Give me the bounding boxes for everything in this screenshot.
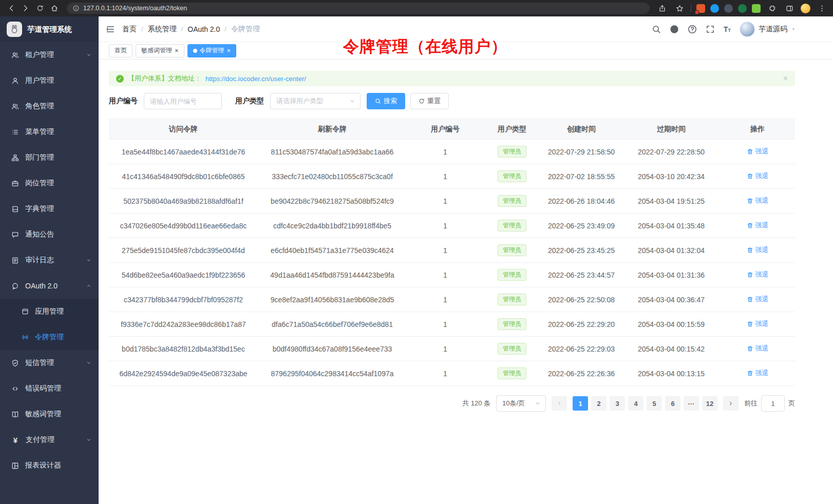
- extension-dark-icon[interactable]: [724, 4, 733, 13]
- extension-lime-icon[interactable]: [752, 4, 761, 13]
- extension-blue-icon[interactable]: [710, 4, 719, 13]
- sidebar-item-sensitive-word[interactable]: 敏感词管理: [0, 401, 99, 427]
- force-logout-button[interactable]: 强退: [747, 147, 769, 156]
- page-button-1[interactable]: 1: [573, 396, 588, 411]
- expire-time-cell: 2054-03-04 01:31:36: [622, 263, 720, 287]
- create-time-cell: 2022-07-29 21:58:50: [540, 140, 622, 164]
- browser-profile-avatar[interactable]: [801, 4, 810, 13]
- sidebar-item-label: 敏感词管理: [25, 410, 61, 419]
- sidebar-item-oauth[interactable]: OAuth 2.0: [0, 273, 99, 299]
- page-ellipsis[interactable]: ···: [684, 396, 699, 411]
- side-panel-icon[interactable]: [783, 2, 796, 14]
- tab-close-icon[interactable]: ×: [175, 47, 179, 54]
- sidebar-item-error-code[interactable]: 错误码管理: [0, 376, 99, 401]
- doc-link[interactable]: https://doc.iocoder.cn/user-center/: [205, 75, 306, 83]
- force-logout-button[interactable]: 强退: [747, 319, 769, 328]
- sidebar-item-user[interactable]: 用户管理: [0, 68, 99, 93]
- tab-oauth-token[interactable]: 令牌管理 ×: [187, 44, 237, 57]
- page-button-12[interactable]: 12: [702, 396, 717, 411]
- sidebar-item-pay[interactable]: ¥ 支付管理: [0, 427, 99, 453]
- forward-button[interactable]: [20, 2, 32, 14]
- alert-close-icon[interactable]: ×: [783, 74, 788, 83]
- trash-icon: [747, 173, 753, 180]
- search-button[interactable]: 搜索: [367, 93, 405, 109]
- page-button-2[interactable]: 2: [591, 396, 607, 411]
- expire-time-cell: 2054-03-10 20:42:34: [622, 164, 720, 189]
- sidebar-item-oauth-app[interactable]: 应用管理: [0, 299, 99, 324]
- sidebar-item-role[interactable]: 角色管理: [0, 93, 99, 119]
- sidebar-item-sms[interactable]: 短信管理: [0, 350, 99, 376]
- search-icon[interactable]: [652, 25, 661, 34]
- tab-close-icon[interactable]: ×: [227, 47, 231, 54]
- sidebar-item-dict[interactable]: 字典管理: [0, 196, 99, 222]
- sidebar-item-post[interactable]: 岗位管理: [0, 170, 99, 196]
- access-token-cell: 54d6be82ee5a460a9aedc1f9bf223656: [109, 263, 258, 287]
- share-icon[interactable]: [656, 2, 668, 14]
- sidebar-item-dept[interactable]: 部门管理: [0, 145, 99, 170]
- user-id-cell: 1: [407, 140, 484, 164]
- tab-sensitive-word[interactable]: 敏感词管理 ×: [136, 44, 184, 57]
- page-size-select[interactable]: 10条/页: [496, 395, 546, 412]
- trash-icon: [747, 222, 753, 229]
- sidebar: 芋道管理系统 租户管理 用户管理 角色管理 菜单管理: [0, 16, 99, 504]
- extension-orange-icon[interactable]: [696, 4, 705, 13]
- sidebar-item-label: 审计日志: [25, 256, 54, 265]
- breadcrumb-item[interactable]: 首页: [122, 25, 137, 34]
- force-logout-button[interactable]: 强退: [747, 270, 769, 279]
- user-id-input[interactable]: [144, 93, 222, 109]
- force-logout-button[interactable]: 强退: [747, 221, 769, 230]
- force-logout-button[interactable]: 强退: [747, 171, 769, 181]
- force-logout-button[interactable]: 强退: [747, 369, 769, 378]
- breadcrumb-item[interactable]: 系统管理: [148, 25, 177, 34]
- page-button-4[interactable]: 4: [628, 396, 643, 411]
- browser-toolbar-right: [656, 2, 828, 14]
- collapse-sidebar-button[interactable]: [106, 25, 115, 34]
- font-size-icon[interactable]: TT: [724, 25, 731, 33]
- force-logout-button[interactable]: 强退: [747, 344, 769, 353]
- sidebar-item-notice[interactable]: 通知公告: [0, 222, 99, 247]
- address-bar[interactable]: 127.0.0.1:1024/system/oauth2/token: [67, 3, 650, 14]
- tab-home[interactable]: 首页: [109, 44, 132, 57]
- chat-icon: [11, 282, 19, 290]
- force-logout-button[interactable]: 强退: [747, 245, 769, 255]
- extensions-puzzle-icon[interactable]: [766, 2, 778, 14]
- next-page-button[interactable]: [723, 396, 739, 411]
- extension-green-icon[interactable]: [738, 4, 747, 13]
- create-time-cell: 2022-06-25 23:45:25: [540, 238, 622, 263]
- force-logout-button[interactable]: 强退: [747, 295, 769, 304]
- doc-alert: ✓ 【用户体系】文档地址： https://doc.iocoder.cn/use…: [109, 71, 795, 86]
- page-button-5[interactable]: 5: [647, 396, 662, 411]
- help-icon[interactable]: [688, 25, 697, 34]
- browser-menu-icon[interactable]: [816, 2, 828, 14]
- reload-button[interactable]: [34, 2, 46, 14]
- expire-time-cell: 2054-03-04 01:32:04: [622, 238, 720, 263]
- avatar: [740, 22, 755, 37]
- sidebar-item-label: 应用管理: [35, 307, 64, 316]
- github-icon[interactable]: [670, 25, 679, 34]
- sidebar-item-tenant[interactable]: 租户管理: [0, 42, 99, 68]
- reset-button[interactable]: 重置: [410, 93, 449, 109]
- back-button[interactable]: [5, 2, 17, 14]
- sidebar-item-menu[interactable]: 菜单管理: [0, 119, 99, 145]
- fullscreen-icon[interactable]: [706, 25, 715, 34]
- actions-cell: 强退: [720, 214, 795, 238]
- sidebar-item-report-designer[interactable]: 报表设计器: [0, 453, 99, 478]
- bookmark-star-icon[interactable]: [673, 2, 686, 14]
- actions-cell: 强退: [720, 189, 795, 214]
- breadcrumb-item[interactable]: OAuth 2.0: [187, 25, 220, 33]
- user-menu[interactable]: 芋道源码: [740, 22, 796, 37]
- sidebar-item-label: OAuth 2.0: [25, 282, 58, 290]
- prev-page-button[interactable]: [552, 396, 567, 411]
- page-button-3[interactable]: 3: [610, 396, 625, 411]
- page-button-6[interactable]: 6: [665, 396, 680, 411]
- sidebar-item-oauth-token[interactable]: 令牌管理: [0, 324, 99, 350]
- home-button[interactable]: [48, 2, 61, 14]
- user-type-select[interactable]: 请选择用户类型: [270, 93, 361, 109]
- goto-page-input[interactable]: [761, 395, 785, 412]
- site-info-icon[interactable]: [72, 5, 80, 12]
- force-logout-button[interactable]: 强退: [747, 196, 769, 205]
- actions-cell: 强退: [720, 263, 795, 287]
- app-logo[interactable]: 芋道管理系统: [0, 16, 99, 42]
- col-user-id: 用户编号: [407, 119, 484, 140]
- sidebar-item-audit-log[interactable]: 审计日志: [0, 247, 99, 273]
